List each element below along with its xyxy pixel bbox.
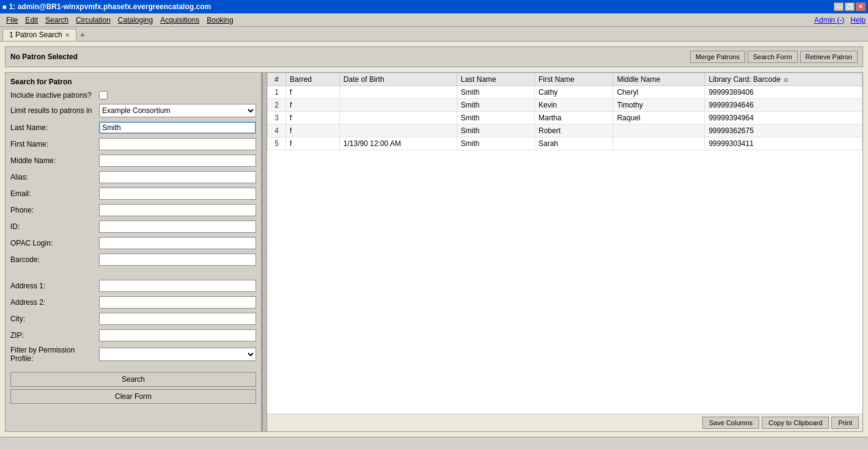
tab-add-button[interactable]: +: [76, 29, 89, 41]
col-header-dob[interactable]: Date of Birth: [339, 73, 457, 86]
search-panel: Search for Patron Include inactive patro…: [6, 73, 262, 431]
col-header-middlename[interactable]: Middle Name: [613, 73, 705, 86]
last-name-label: Last Name:: [10, 123, 99, 132]
col-header-barred[interactable]: Barred: [286, 73, 340, 86]
barcode-input[interactable]: [99, 254, 256, 266]
table-row[interactable]: 4 f Smith Robert 99999362675: [268, 125, 862, 137]
table-row[interactable]: 3 f Smith Martha Raquel 99999394964: [268, 112, 862, 125]
cell-firstname: Kevin: [535, 99, 613, 112]
cell-barcode: 99999303411: [705, 137, 862, 150]
include-inactive-label: Include inactive patrons?: [10, 91, 99, 100]
barcode-label: Barcode:: [10, 255, 99, 264]
table-row[interactable]: 5 f 1/13/90 12:00 AM Smith Sarah 9999930…: [268, 137, 862, 150]
limit-results-select[interactable]: Example Consortium: [99, 104, 256, 117]
search-form-button[interactable]: Search Form: [748, 51, 798, 63]
cell-lastname: Smith: [457, 112, 534, 125]
id-input[interactable]: [99, 221, 256, 233]
zip-input[interactable]: [99, 329, 256, 341]
cell-dob: [339, 99, 457, 112]
search-panel-title: Search for Patron: [10, 78, 256, 86]
admin-link[interactable]: Admin (-): [814, 16, 844, 24]
alias-label: Alias:: [10, 173, 99, 181]
col-resize-icon: ⊞: [784, 77, 789, 83]
menu-edit[interactable]: Edit: [21, 15, 42, 26]
patron-selected-label: No Patron Selected: [10, 53, 78, 61]
phone-input[interactable]: [99, 204, 256, 216]
address1-input[interactable]: [99, 280, 256, 292]
title-bar: ■ 1: admin@BR1-winxpvmfx.phasefx.evergre…: [0, 0, 868, 13]
clear-form-button[interactable]: Clear Form: [10, 389, 256, 404]
first-name-input[interactable]: [99, 138, 256, 150]
tab-patron-search-label: 1 Patron Search: [9, 31, 62, 39]
resize-handle[interactable]: ⋮: [262, 73, 267, 431]
restore-button[interactable]: ❐: [845, 2, 855, 11]
col-header-num[interactable]: #: [268, 73, 286, 86]
help-link[interactable]: Help: [850, 16, 866, 24]
col-header-lastname[interactable]: Last Name: [457, 73, 534, 86]
cell-middlename: Cheryl: [613, 86, 705, 99]
address2-input[interactable]: [99, 296, 256, 308]
status-bar: [0, 437, 868, 449]
search-buttons: Search Clear Form: [10, 372, 256, 404]
address1-label: Address 1:: [10, 282, 99, 290]
bottom-bar: Save Columns Copy to Clipboard Print: [267, 414, 862, 431]
results-tbody: 1 f Smith Cathy Cheryl 99999389406 2 f S…: [268, 86, 862, 150]
print-button[interactable]: Print: [831, 417, 859, 429]
middle-name-row: Middle Name:: [10, 155, 256, 167]
filter-profile-select[interactable]: [99, 348, 256, 361]
cell-firstname: Cathy: [535, 86, 613, 99]
main-content: No Patron Selected Merge Patrons Search …: [0, 42, 868, 437]
last-name-input[interactable]: [99, 122, 256, 134]
email-label: Email:: [10, 189, 99, 198]
menu-file[interactable]: File: [2, 15, 21, 26]
table-row[interactable]: 1 f Smith Cathy Cheryl 99999389406: [268, 86, 862, 99]
city-input[interactable]: [99, 313, 256, 325]
retrieve-patron-button[interactable]: Retrieve Patron: [800, 51, 858, 63]
cell-middlename: Timothy: [613, 99, 705, 112]
cell-dob: [339, 86, 457, 99]
barcode-row: Barcode:: [10, 254, 256, 266]
merge-patrons-button[interactable]: Merge Patrons: [690, 51, 745, 63]
cell-barcode: 99999394964: [705, 112, 862, 125]
cell-barcode: 99999362675: [705, 125, 862, 137]
phone-label: Phone:: [10, 206, 99, 214]
cell-middlename: Raquel: [613, 112, 705, 125]
opac-login-input[interactable]: [99, 237, 256, 249]
results-header-row: # Barred Date of Birth Last Name First N…: [268, 73, 862, 86]
menu-search[interactable]: Search: [42, 15, 72, 26]
filter-profile-label: Filter by Permission Profile:: [10, 346, 99, 363]
col-header-barcode[interactable]: Library Card: Barcode ⊞: [705, 73, 862, 86]
zip-label: ZIP:: [10, 331, 99, 340]
cell-num: 1: [268, 86, 286, 99]
copy-clipboard-button[interactable]: Copy to Clipboard: [762, 417, 829, 429]
email-input[interactable]: [99, 188, 256, 200]
middle-name-input[interactable]: [99, 155, 256, 167]
cell-barred: f: [286, 137, 340, 150]
col-header-firstname[interactable]: First Name: [535, 73, 613, 86]
menu-circulation[interactable]: Circulation: [72, 15, 114, 26]
alias-row: Alias:: [10, 171, 256, 183]
close-button[interactable]: ✕: [856, 2, 866, 11]
menu-booking[interactable]: Booking: [203, 15, 237, 26]
menu-acquisitions[interactable]: Acquisitions: [156, 15, 203, 26]
city-row: City:: [10, 313, 256, 325]
cell-middlename: [613, 137, 705, 150]
alias-input[interactable]: [99, 171, 256, 183]
search-button[interactable]: Search: [10, 372, 256, 387]
results-table-container: # Barred Date of Birth Last Name First N…: [267, 73, 862, 414]
content-panel: Search for Patron Include inactive patro…: [5, 72, 863, 432]
minimize-button[interactable]: —: [834, 2, 844, 11]
cell-barred: f: [286, 99, 340, 112]
table-row[interactable]: 2 f Smith Kevin Timothy 99999394646: [268, 99, 862, 112]
id-row: ID:: [10, 221, 256, 233]
opac-login-row: OPAC Login:: [10, 237, 256, 249]
tab-patron-search[interactable]: 1 Patron Search ✕: [2, 29, 76, 41]
cell-firstname: Martha: [535, 112, 613, 125]
include-inactive-checkbox[interactable]: [99, 91, 108, 100]
tab-close-icon[interactable]: ✕: [65, 32, 70, 38]
menu-cataloging[interactable]: Cataloging: [114, 15, 156, 26]
phone-row: Phone:: [10, 204, 256, 216]
title-bar-controls: — ❐ ✕: [834, 2, 866, 11]
save-columns-button[interactable]: Save Columns: [702, 417, 760, 429]
cell-barcode: 99999394646: [705, 99, 862, 112]
